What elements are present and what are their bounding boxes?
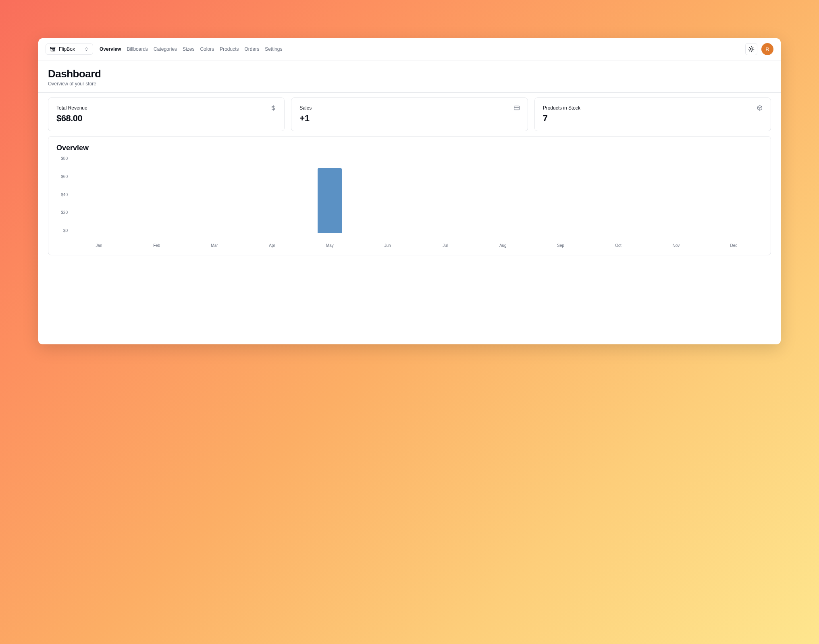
bar-slot <box>532 156 589 233</box>
y-tick: $20 <box>56 210 68 215</box>
package-icon <box>757 105 763 111</box>
nav-link-overview[interactable]: Overview <box>100 46 121 52</box>
bar-slot <box>70 156 128 233</box>
x-axis: JanFebMarAprMayJunJulAugSepOctNovDec <box>70 241 763 248</box>
page-header: Dashboard Overview of your store <box>38 60 781 93</box>
bar-slot <box>474 156 532 233</box>
y-tick: $60 <box>56 174 68 179</box>
stat-header: Total Revenue <box>56 105 276 111</box>
bar <box>318 168 342 233</box>
stat-value: +1 <box>299 113 519 124</box>
nav-link-colors[interactable]: Colors <box>200 46 214 52</box>
nav-link-categories[interactable]: Categories <box>154 46 177 52</box>
y-tick: $80 <box>56 156 68 161</box>
x-tick: Oct <box>590 241 647 248</box>
chart-area: $80$60$40$20$0 <box>56 156 763 241</box>
nav-link-sizes[interactable]: Sizes <box>183 46 194 52</box>
content: Total Revenue $68.00 Sales +1 Products i… <box>38 93 781 260</box>
sun-icon <box>748 46 755 52</box>
stat-label: Total Revenue <box>56 105 87 111</box>
stat-card-revenue: Total Revenue $68.00 <box>48 97 285 131</box>
bar-slot <box>590 156 647 233</box>
navbar: FlipBox OverviewBillboardsCategoriesSize… <box>38 38 781 60</box>
x-tick: Apr <box>243 241 301 248</box>
store-icon <box>50 46 56 52</box>
chevron-up-down-icon <box>84 47 89 52</box>
x-tick: Sep <box>532 241 589 248</box>
page-title: Dashboard <box>48 68 771 80</box>
nav-link-orders[interactable]: Orders <box>245 46 260 52</box>
x-tick: Jun <box>359 241 416 248</box>
app-window: FlipBox OverviewBillboardsCategoriesSize… <box>38 38 781 344</box>
chart-title: Overview <box>56 144 763 152</box>
bar-slot <box>243 156 301 233</box>
chart-plot <box>70 156 763 233</box>
dollar-icon <box>270 105 276 111</box>
chart-card: Overview $80$60$40$20$0 JanFebMarAprMayJ… <box>48 136 771 255</box>
nav-links: OverviewBillboardsCategoriesSizesColorsP… <box>100 46 283 52</box>
stat-header: Sales <box>299 105 519 111</box>
svg-point-0 <box>750 48 752 50</box>
stat-value: $68.00 <box>56 113 276 124</box>
avatar[interactable]: R <box>761 43 773 55</box>
bar-slot <box>647 156 705 233</box>
stat-label: Products in Stock <box>543 105 580 111</box>
nav-link-products[interactable]: Products <box>220 46 239 52</box>
x-tick: Dec <box>705 241 763 248</box>
bar-slot <box>416 156 474 233</box>
stat-value: 7 <box>543 113 763 124</box>
store-switcher[interactable]: FlipBox <box>46 43 93 55</box>
stat-label: Sales <box>299 105 312 111</box>
navbar-right: R <box>745 43 773 55</box>
store-name: FlipBox <box>59 46 81 52</box>
x-tick: May <box>301 241 359 248</box>
nav-link-settings[interactable]: Settings <box>265 46 282 52</box>
y-tick: $0 <box>56 228 68 233</box>
x-tick: Jan <box>70 241 128 248</box>
page-subtitle: Overview of your store <box>48 81 771 87</box>
stat-card-sales: Sales +1 <box>291 97 528 131</box>
x-tick: Nov <box>647 241 705 248</box>
nav-link-billboards[interactable]: Billboards <box>127 46 148 52</box>
y-tick: $40 <box>56 193 68 197</box>
bar-slot <box>359 156 416 233</box>
y-axis: $80$60$40$20$0 <box>56 156 70 233</box>
x-tick: Mar <box>185 241 243 248</box>
bar-slot <box>705 156 763 233</box>
stat-header: Products in Stock <box>543 105 763 111</box>
credit-card-icon <box>514 105 520 111</box>
x-tick: Feb <box>128 241 185 248</box>
x-tick: Jul <box>416 241 474 248</box>
theme-toggle[interactable] <box>745 43 757 55</box>
bar-slot <box>301 156 359 233</box>
svg-rect-2 <box>514 106 519 110</box>
stats-grid: Total Revenue $68.00 Sales +1 Products i… <box>48 97 771 131</box>
bar-slot <box>128 156 185 233</box>
bar-slot <box>185 156 243 233</box>
x-tick: Aug <box>474 241 532 248</box>
stat-card-stock: Products in Stock 7 <box>534 97 771 131</box>
